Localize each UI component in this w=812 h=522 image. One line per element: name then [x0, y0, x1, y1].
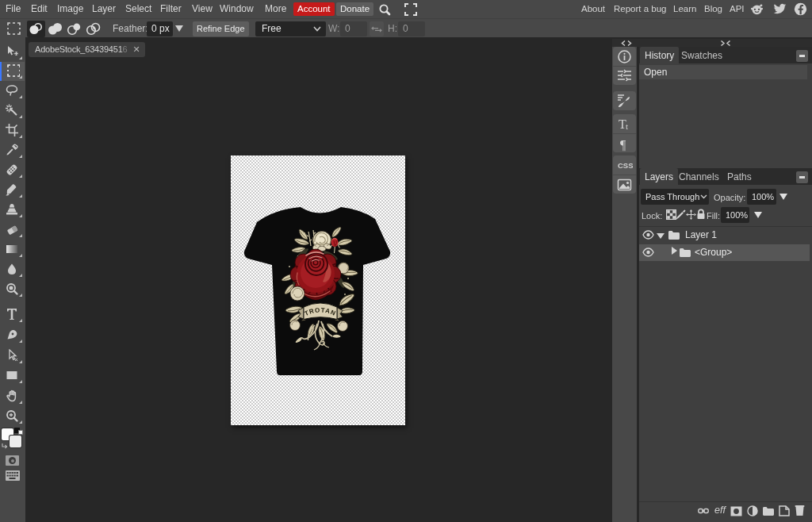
svg-text:CSS: CSS — [618, 161, 633, 170]
svg-text:t: t — [626, 121, 628, 131]
svg-text:¶: ¶ — [620, 138, 626, 152]
